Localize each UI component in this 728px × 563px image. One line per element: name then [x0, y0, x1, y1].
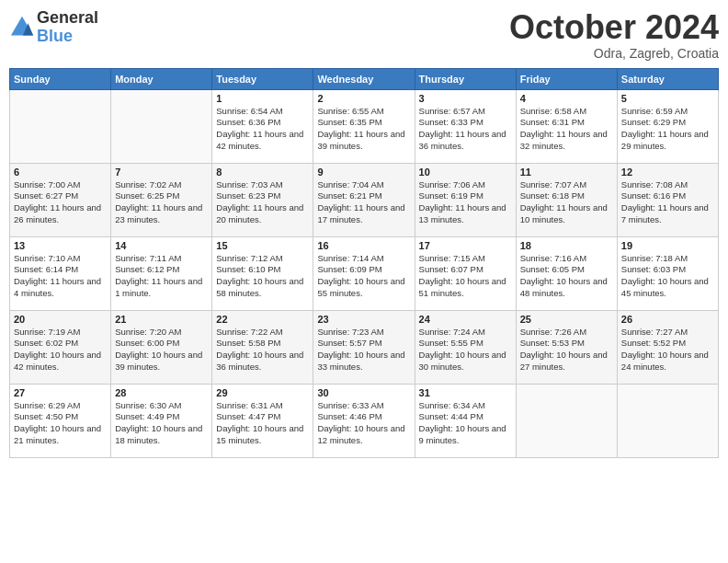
day-info: Sunrise: 7:11 AMSunset: 6:12 PMDaylight:… — [115, 253, 208, 300]
day-info: Sunrise: 7:19 AMSunset: 6:02 PMDaylight:… — [14, 327, 107, 373]
calendar-cell: 2Sunrise: 6:55 AMSunset: 6:35 PMDaylight… — [313, 89, 415, 163]
day-number: 10 — [419, 167, 512, 178]
calendar-table: SundayMondayTuesdayWednesdayThursdayFrid… — [9, 68, 719, 458]
calendar-cell: 24Sunrise: 7:24 AMSunset: 5:55 PMDayligh… — [415, 310, 516, 384]
weekday-header-tuesday: Tuesday — [212, 68, 313, 89]
day-info: Sunrise: 7:24 AMSunset: 5:55 PMDaylight:… — [419, 327, 512, 373]
calendar-cell: 4Sunrise: 6:58 AMSunset: 6:31 PMDaylight… — [516, 89, 617, 163]
calendar-cell: 5Sunrise: 6:59 AMSunset: 6:29 PMDaylight… — [617, 89, 718, 163]
day-info: Sunrise: 7:20 AMSunset: 6:00 PMDaylight:… — [115, 327, 208, 373]
day-number: 17 — [419, 240, 512, 251]
calendar-cell: 28Sunrise: 6:30 AMSunset: 4:49 PMDayligh… — [111, 384, 212, 457]
day-info: Sunrise: 6:57 AMSunset: 6:33 PMDaylight:… — [419, 106, 512, 153]
day-number: 27 — [14, 387, 107, 398]
day-number: 15 — [216, 240, 309, 251]
logo-icon — [9, 15, 35, 40]
day-info: Sunrise: 7:12 AMSunset: 6:10 PMDaylight:… — [216, 253, 309, 300]
day-number: 31 — [419, 387, 512, 398]
day-number: 12 — [621, 167, 714, 178]
calendar-cell: 30Sunrise: 6:33 AMSunset: 4:46 PMDayligh… — [313, 384, 415, 457]
calendar-cell: 18Sunrise: 7:16 AMSunset: 6:05 PMDayligh… — [516, 236, 617, 310]
calendar-week-row: 27Sunrise: 6:29 AMSunset: 4:50 PMDayligh… — [10, 384, 719, 457]
calendar-cell — [516, 384, 617, 457]
weekday-header-saturday: Saturday — [617, 68, 718, 89]
calendar-cell: 26Sunrise: 7:27 AMSunset: 5:52 PMDayligh… — [617, 310, 718, 384]
day-info: Sunrise: 7:06 AMSunset: 6:19 PMDaylight:… — [419, 179, 512, 226]
day-number: 29 — [216, 387, 309, 398]
calendar-cell: 25Sunrise: 7:26 AMSunset: 5:53 PMDayligh… — [516, 310, 617, 384]
logo: General Blue — [9, 9, 98, 46]
day-info: Sunrise: 6:55 AMSunset: 6:35 PMDaylight:… — [317, 106, 410, 153]
day-number: 5 — [621, 93, 714, 104]
month-title: October 2024 — [509, 9, 719, 46]
calendar-cell — [617, 384, 718, 457]
day-info: Sunrise: 6:59 AMSunset: 6:29 PMDaylight:… — [621, 106, 714, 153]
day-info: Sunrise: 7:00 AMSunset: 6:27 PMDaylight:… — [14, 179, 107, 226]
calendar-cell: 16Sunrise: 7:14 AMSunset: 6:09 PMDayligh… — [313, 236, 415, 310]
day-number: 3 — [419, 93, 512, 104]
calendar-cell: 13Sunrise: 7:10 AMSunset: 6:14 PMDayligh… — [10, 236, 111, 310]
calendar-cell: 10Sunrise: 7:06 AMSunset: 6:19 PMDayligh… — [415, 163, 516, 236]
calendar-cell: 23Sunrise: 7:23 AMSunset: 5:57 PMDayligh… — [313, 310, 415, 384]
calendar-cell: 20Sunrise: 7:19 AMSunset: 6:02 PMDayligh… — [10, 310, 111, 384]
calendar-cell: 22Sunrise: 7:22 AMSunset: 5:58 PMDayligh… — [212, 310, 313, 384]
calendar-cell: 11Sunrise: 7:07 AMSunset: 6:18 PMDayligh… — [516, 163, 617, 236]
day-info: Sunrise: 7:08 AMSunset: 6:16 PMDaylight:… — [621, 179, 714, 226]
day-info: Sunrise: 6:29 AMSunset: 4:50 PMDaylight:… — [14, 400, 107, 447]
calendar-cell: 27Sunrise: 6:29 AMSunset: 4:50 PMDayligh… — [10, 384, 111, 457]
weekday-header-wednesday: Wednesday — [313, 68, 415, 89]
day-info: Sunrise: 7:14 AMSunset: 6:09 PMDaylight:… — [317, 253, 410, 300]
day-number: 24 — [419, 314, 512, 325]
calendar-cell — [111, 89, 212, 163]
calendar-cell: 17Sunrise: 7:15 AMSunset: 6:07 PMDayligh… — [415, 236, 516, 310]
day-info: Sunrise: 6:31 AMSunset: 4:47 PMDaylight:… — [216, 400, 309, 447]
calendar-cell: 12Sunrise: 7:08 AMSunset: 6:16 PMDayligh… — [617, 163, 718, 236]
day-number: 23 — [317, 314, 410, 325]
day-number: 18 — [520, 240, 613, 251]
day-number: 11 — [520, 167, 613, 178]
day-info: Sunrise: 7:26 AMSunset: 5:53 PMDaylight:… — [520, 327, 613, 373]
calendar-cell: 31Sunrise: 6:34 AMSunset: 4:44 PMDayligh… — [415, 384, 516, 457]
day-number: 2 — [317, 93, 410, 104]
calendar-cell: 21Sunrise: 7:20 AMSunset: 6:00 PMDayligh… — [111, 310, 212, 384]
location: Odra, Zagreb, Croatia — [509, 46, 719, 61]
calendar-cell: 6Sunrise: 7:00 AMSunset: 6:27 PMDaylight… — [10, 163, 111, 236]
page-header: General Blue October 2024 Odra, Zagreb, … — [9, 9, 719, 61]
day-info: Sunrise: 7:02 AMSunset: 6:25 PMDaylight:… — [115, 179, 208, 226]
title-block: October 2024 Odra, Zagreb, Croatia — [509, 9, 719, 61]
day-info: Sunrise: 7:04 AMSunset: 6:21 PMDaylight:… — [317, 179, 410, 226]
day-number: 21 — [115, 314, 208, 325]
day-info: Sunrise: 6:30 AMSunset: 4:49 PMDaylight:… — [115, 400, 208, 447]
day-number: 6 — [14, 167, 107, 178]
day-number: 28 — [115, 387, 208, 398]
day-number: 9 — [317, 167, 410, 178]
day-info: Sunrise: 6:33 AMSunset: 4:46 PMDaylight:… — [317, 400, 410, 447]
day-info: Sunrise: 6:58 AMSunset: 6:31 PMDaylight:… — [520, 106, 613, 153]
calendar-cell: 14Sunrise: 7:11 AMSunset: 6:12 PMDayligh… — [111, 236, 212, 310]
calendar-cell: 7Sunrise: 7:02 AMSunset: 6:25 PMDaylight… — [111, 163, 212, 236]
calendar-cell: 29Sunrise: 6:31 AMSunset: 4:47 PMDayligh… — [212, 384, 313, 457]
day-info: Sunrise: 7:15 AMSunset: 6:07 PMDaylight:… — [419, 253, 512, 300]
calendar-cell: 8Sunrise: 7:03 AMSunset: 6:23 PMDaylight… — [212, 163, 313, 236]
day-number: 16 — [317, 240, 410, 251]
calendar-week-row: 1Sunrise: 6:54 AMSunset: 6:36 PMDaylight… — [10, 89, 719, 163]
day-number: 1 — [216, 93, 309, 104]
day-info: Sunrise: 7:23 AMSunset: 5:57 PMDaylight:… — [317, 327, 410, 373]
weekday-header-sunday: Sunday — [10, 68, 111, 89]
day-number: 8 — [216, 167, 309, 178]
day-number: 20 — [14, 314, 107, 325]
day-number: 14 — [115, 240, 208, 251]
day-info: Sunrise: 7:10 AMSunset: 6:14 PMDaylight:… — [14, 253, 107, 300]
day-info: Sunrise: 6:34 AMSunset: 4:44 PMDaylight:… — [419, 400, 512, 447]
day-number: 22 — [216, 314, 309, 325]
day-info: Sunrise: 7:27 AMSunset: 5:52 PMDaylight:… — [621, 327, 714, 373]
day-number: 25 — [520, 314, 613, 325]
calendar-week-row: 13Sunrise: 7:10 AMSunset: 6:14 PMDayligh… — [10, 236, 719, 310]
calendar-cell: 19Sunrise: 7:18 AMSunset: 6:03 PMDayligh… — [617, 236, 718, 310]
day-number: 30 — [317, 387, 410, 398]
weekday-header-monday: Monday — [111, 68, 212, 89]
day-info: Sunrise: 6:54 AMSunset: 6:36 PMDaylight:… — [216, 106, 309, 153]
day-number: 26 — [621, 314, 714, 325]
logo-text: General Blue — [37, 9, 98, 46]
calendar-cell: 15Sunrise: 7:12 AMSunset: 6:10 PMDayligh… — [212, 236, 313, 310]
